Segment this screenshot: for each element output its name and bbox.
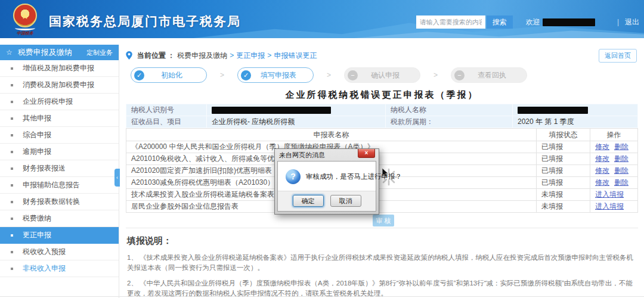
breadcrumb-separator2: > xyxy=(267,51,271,60)
step-view-receipt: − 查看回执 xyxy=(451,67,527,83)
emblem-ribbon xyxy=(15,26,35,30)
modify-link[interactable]: 修改 xyxy=(595,142,609,151)
custom-business-link[interactable]: 定制业务 xyxy=(86,48,113,57)
confirm-button[interactable]: 确定 xyxy=(293,195,324,207)
sidebar-item-overdue-filing[interactable]: 逾期申报 xyxy=(0,144,119,160)
step-chevron-icon: > xyxy=(327,71,331,79)
taxpayer-id-value xyxy=(207,104,386,116)
check-circle-icon: ✓ xyxy=(134,70,144,80)
form-title: 企业所得税纳税错误更正申报表（季报） xyxy=(126,89,638,101)
enter-fill-link[interactable]: 进入填报 xyxy=(595,190,624,198)
breadcrumb-link-correction[interactable]: 更正申报 xyxy=(236,51,265,61)
sidebar-item-correction-filing[interactable]: 更正申报 xyxy=(0,227,119,244)
note-item-2: 2、 《中华人民共和国企业所得税月（季）度预缴纳税申报表（A类，2018年版）》… xyxy=(127,278,637,298)
taxpayer-id-label: 纳税人识别号 xyxy=(126,104,207,116)
redacted-taxpayer-name xyxy=(518,107,588,114)
delete-link[interactable]: 删除 xyxy=(614,154,628,163)
step-fill-form: ✓ 填写申报表 xyxy=(237,67,314,83)
audit-button[interactable]: 审 核 xyxy=(373,215,394,226)
close-icon[interactable]: × xyxy=(358,149,375,158)
status-badge: 已填报 xyxy=(537,165,590,177)
sidebar-header-title: 税费申报及缴纳 xyxy=(18,47,72,58)
notes-heading: 填报说明： xyxy=(127,235,638,247)
redacted-taxpayer-id xyxy=(212,107,331,114)
modify-link[interactable]: 修改 xyxy=(595,154,609,163)
step-chevron-icon: > xyxy=(434,71,438,79)
status-badge: 未填报 xyxy=(537,189,590,201)
logout-link[interactable]: 退出 xyxy=(625,17,639,27)
status-badge: 已填报 xyxy=(537,153,590,165)
sidebar-item-vat[interactable]: 增值税及附加税费申报 xyxy=(0,60,119,77)
status-badge: 未填报 xyxy=(537,201,590,213)
sidebar-item-aux-info-report[interactable]: 申报辅助信息报告 xyxy=(0,177,119,194)
taxpayer-name-value xyxy=(513,104,638,116)
sidebar-item-tax-payment[interactable]: 税费缴纳 xyxy=(0,210,119,227)
sidebar-item-nontax-income[interactable]: 非税收入申报 xyxy=(0,260,119,277)
breadcrumb-prefix: 当前位置 ： xyxy=(137,51,175,61)
breadcrumb-separator: > xyxy=(230,51,234,60)
table-row: 《A200000 中华人民共和国企业所得税月（季）度预缴纳税申报表（A类）》 已… xyxy=(126,141,638,153)
table-row: A201010免税收入、减计收入、所得减免等优惠明细表（A201010） 已填报… xyxy=(126,153,638,165)
location-pin-icon xyxy=(126,51,132,60)
delete-link[interactable]: 删除 xyxy=(614,166,628,175)
page-bottom-divider xyxy=(0,296,644,297)
taxpayer-info-table: 纳税人识别号 纳税人名称 征收品目、项目 企业所得税- 应纳税所得额 税款所属期… xyxy=(126,104,638,128)
sidebar-item-comprehensive-filing[interactable]: 综合申报 xyxy=(0,127,119,144)
tax-period-label: 税款所属期： xyxy=(386,116,513,128)
modify-link[interactable]: 修改 xyxy=(595,166,609,175)
breadcrumb-root: 税费申报及缴纳 xyxy=(177,51,227,61)
col-form-name: 申报表名称 xyxy=(126,129,537,141)
dialog-body: ? 审核成功，是否马上进行申报？ 确定 取消 xyxy=(277,161,376,212)
collection-item-label: 征收品目、项目 xyxy=(126,116,207,128)
sidebar-item-financial-statements[interactable]: 财务报表报送 xyxy=(0,160,119,177)
sidebar-item-consumption-tax[interactable]: 消费税及附加税费申报 xyxy=(0,77,119,94)
star-icon: ☆ xyxy=(6,48,13,57)
status-badge: 已填报 xyxy=(537,177,590,189)
step-label: 确认申报 xyxy=(358,70,420,80)
search-button[interactable]: 搜索 xyxy=(487,15,513,29)
cancel-button[interactable]: 取消 xyxy=(330,195,361,207)
minus-circle-icon: − xyxy=(348,70,358,80)
national-emblem-icon: ★ xyxy=(13,4,37,27)
logo-caption: 中国税务 xyxy=(10,30,41,36)
question-icon: ? xyxy=(286,169,301,184)
sidebar-collapse-handle[interactable]: ‹ xyxy=(114,169,120,187)
progress-steps: ✓ 初始化 > ✓ 填写申报表 > − 确认申报 > − 查看回执 xyxy=(126,66,638,84)
step-confirm-filing: − 确认申报 xyxy=(344,67,420,83)
enter-fill-link[interactable]: 进入填报 xyxy=(595,202,624,210)
col-operation: 操作 xyxy=(590,129,638,141)
step-chevron-icon: > xyxy=(220,71,224,79)
taxpayer-name-label: 纳税人名称 xyxy=(386,104,513,116)
modify-link[interactable]: 修改 xyxy=(595,178,609,187)
audit-button-row: 审 核 xyxy=(126,213,638,228)
webpage-message-dialog: 来自网页的消息 × ? 审核成功，是否马上进行申报？ 确定 取消 xyxy=(274,148,379,215)
collection-item-value: 企业所得税- 应纳税所得额 xyxy=(207,116,386,128)
sidebar-item-other-filing[interactable]: 其他申报 xyxy=(0,110,119,127)
return-home-button[interactable]: 返回首页 xyxy=(599,49,637,63)
dialog-footer: 确定 取消 xyxy=(278,191,376,211)
brand: ★ 中国税务 国家税务总局厦门市电子税务局 xyxy=(10,2,241,36)
header-divider2: | xyxy=(617,18,619,26)
step-label: 填写申报表 xyxy=(251,70,313,80)
breadcrumb: 当前位置 ： 税费申报及缴纳 > 更正申报 > 申报错误更正 返回首页 xyxy=(126,48,638,63)
top-banner: ★ 中国税务 国家税务总局厦门市电子税务局 搜索 欢迎 >| 退出 xyxy=(0,0,644,38)
search-input[interactable] xyxy=(416,15,485,29)
step-initialize: ✓ 初始化 xyxy=(131,67,207,83)
breadcrumb-link-error-correction[interactable]: 申报错误更正 xyxy=(274,51,317,61)
step-label: 初始化 xyxy=(144,70,206,80)
note-item-1: 1、 《技术成果投资入股企业所得税递延纳税备案表》适用于执行企业所得税技术成果投… xyxy=(127,253,637,274)
redacted-username xyxy=(543,18,595,26)
sidebar-item-revenue-forecast[interactable]: 税收收入预报 xyxy=(0,244,119,260)
sidebar-item-corporate-income-tax[interactable]: 企业所得税申报 xyxy=(0,94,119,110)
table-row: 技术成果投资入股企业所得税递延纳税备案表 未填报 进入填报 xyxy=(126,189,638,201)
dialog-message: 审核成功，是否马上进行申报？ xyxy=(306,172,402,181)
check-circle-icon: ✓ xyxy=(241,70,251,80)
delete-link[interactable]: 删除 xyxy=(614,178,628,187)
sidebar-item-statement-conversion[interactable]: 财务报表数据转换 xyxy=(0,194,119,210)
sidebar-header: ☆ 税费申报及缴纳 定制业务 xyxy=(0,45,119,60)
delete-link[interactable]: 删除 xyxy=(614,142,628,151)
welcome-label: 欢迎 xyxy=(526,17,540,27)
site-title: 国家税务总局厦门市电子税务局 xyxy=(49,13,241,30)
dialog-title: 来自网页的消息 xyxy=(279,151,325,160)
tax-bureau-logo: ★ 中国税务 xyxy=(10,2,41,36)
